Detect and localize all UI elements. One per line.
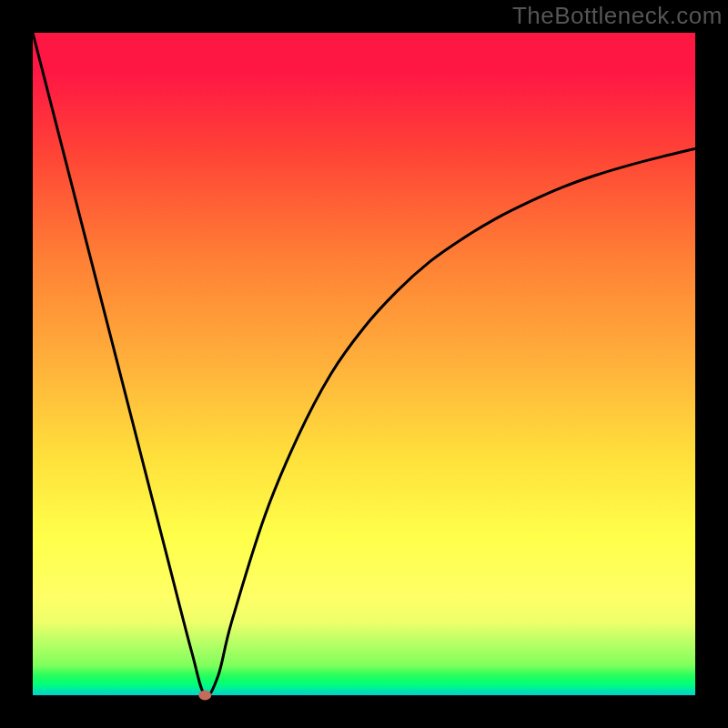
curve-layer (33, 33, 695, 695)
optimum-marker-icon (198, 691, 211, 701)
bottleneck-curve (33, 33, 695, 696)
watermark-text: TheBottleneck.com (512, 2, 723, 30)
chart-frame: TheBottleneck.com (0, 0, 728, 728)
plot-area (33, 33, 695, 695)
